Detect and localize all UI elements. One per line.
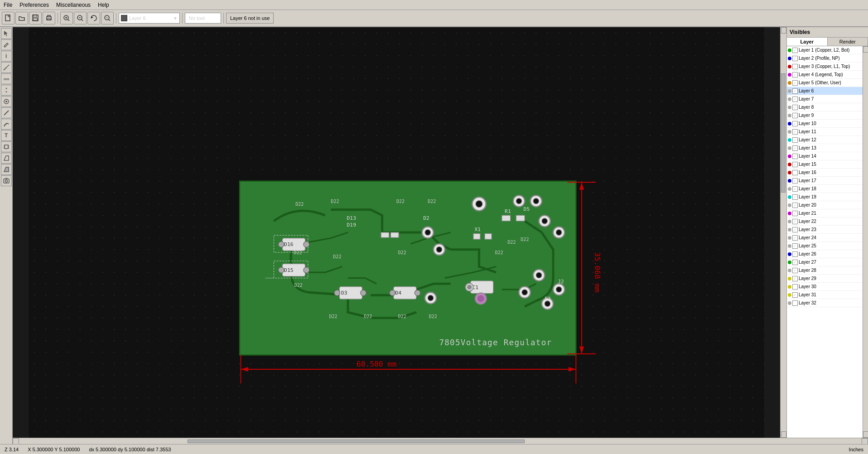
layer-check-25[interactable]: ✓	[792, 243, 798, 249]
open-button[interactable]	[15, 12, 28, 24]
tab-render[interactable]: Render	[828, 38, 868, 46]
new-button[interactable]	[2, 12, 14, 24]
menu-preferences[interactable]: Preferences	[16, 1, 53, 9]
layer-row-5[interactable]: ✓Layer 5 (Other, User)	[787, 79, 863, 87]
layer-row-13[interactable]: ✓Layer 13	[787, 144, 863, 152]
layer-check-13[interactable]: ✓	[792, 145, 798, 151]
layer-row-29[interactable]: ✓Layer 29	[787, 275, 863, 283]
layer-row-22[interactable]: ✓Layer 22	[787, 217, 863, 226]
layer-row-25[interactable]: ✓Layer 25	[787, 242, 863, 250]
layer-check-21[interactable]: ✓	[792, 211, 798, 216]
layer-check-23[interactable]: ✓	[792, 227, 798, 232]
zoom-in-button[interactable]	[60, 12, 73, 24]
layer-check-14[interactable]: ✓	[792, 154, 798, 159]
layer-row-2[interactable]: ✓Layer 2 (Profile, NP)	[787, 54, 863, 63]
layer-row-10[interactable]: ✓Layer 10	[787, 120, 863, 128]
layer-check-29[interactable]: ✓	[792, 276, 798, 281]
layer-row-31[interactable]: ✓Layer 31	[787, 291, 863, 299]
print-button[interactable]	[43, 12, 55, 24]
layer-row-4[interactable]: ✓Layer 4 (Legend, Top)	[787, 71, 863, 79]
layer-check-24[interactable]: ✓	[792, 235, 798, 241]
menu-file[interactable]: File	[0, 1, 16, 9]
layer-check-26[interactable]: ✓	[792, 251, 798, 257]
scroll-right-arrow[interactable]: ▶	[862, 438, 868, 444]
layer-check-8[interactable]: ✓	[792, 105, 798, 110]
layer-check-22[interactable]: ✓	[792, 219, 798, 224]
scroll-left-arrow[interactable]: ◀	[13, 438, 19, 444]
layer-row-20[interactable]: ✓Layer 20	[787, 201, 863, 209]
layer-row-1[interactable]: ✓Layer 1 (Copper, L2, Bot)	[787, 46, 863, 54]
layer-check-7[interactable]: ✓	[792, 97, 798, 102]
layer-check-11[interactable]: ✓	[792, 129, 798, 135]
scroll-thumb-v[interactable]	[781, 73, 786, 193]
save-button[interactable]	[29, 12, 42, 24]
layer-row-18[interactable]: ✓Layer 18	[787, 185, 863, 193]
layer-row-7[interactable]: ✓Layer 7	[787, 95, 863, 103]
layer-row-9[interactable]: ✓Layer 9	[787, 111, 863, 120]
layer-check-32[interactable]	[792, 300, 798, 306]
layer-row-26[interactable]: ✓Layer 26	[787, 250, 863, 258]
tool-fill[interactable]	[1, 164, 12, 175]
layer-row-23[interactable]: ✓Layer 23	[787, 226, 863, 234]
layers-scroll-down[interactable]: ▼	[863, 431, 868, 438]
layer-check-30[interactable]	[792, 284, 798, 290]
layer-row-12[interactable]: ✓Layer 12	[787, 136, 863, 144]
layer-check-3[interactable]: ✓	[792, 64, 798, 69]
layer-row-21[interactable]: ✓Layer 21	[787, 209, 863, 217]
tool-info[interactable]: i	[1, 51, 12, 62]
tool-photo[interactable]	[1, 175, 12, 186]
layers-scroll-up[interactable]: ▲	[863, 46, 868, 53]
layer-row-30[interactable]: Layer 30	[787, 283, 863, 291]
tool-component[interactable]	[1, 141, 12, 152]
layer-row-32[interactable]: Layer 32	[787, 299, 863, 307]
menu-help[interactable]: Help	[94, 1, 113, 9]
layers-scrollbar[interactable]: ▲ ▼	[863, 46, 868, 438]
layer-row-19[interactable]: ✓Layer 19	[787, 193, 863, 201]
tool-route[interactable]	[1, 96, 12, 107]
layer-row-11[interactable]: ✓Layer 11	[787, 128, 863, 136]
layer-check-9[interactable]: ✓	[792, 113, 798, 118]
layer-check-20[interactable]: ✓	[792, 203, 798, 208]
zoom-out-button[interactable]	[74, 12, 87, 24]
scroll-thumb-h[interactable]	[188, 440, 525, 443]
tool-arc[interactable]	[1, 119, 12, 130]
layer-row-27[interactable]: ✓Layer 27	[787, 258, 863, 266]
layer-row-28[interactable]: ✓Layer 28	[787, 266, 863, 275]
layer-check-16[interactable]	[792, 170, 798, 175]
tool-line[interactable]	[1, 107, 12, 118]
layer-check-6[interactable]: ✓	[792, 88, 798, 94]
layer-check-4[interactable]: ✓	[792, 72, 798, 77]
pcb-canvas[interactable]: D16 D15 D3 D4	[13, 27, 780, 438]
layer-check-31[interactable]: ✓	[792, 292, 798, 298]
menu-miscellaneous[interactable]: Miscellaneous	[53, 1, 94, 9]
layer-row-15[interactable]: ✓Layer 15	[787, 160, 863, 169]
tool-zone[interactable]	[1, 153, 12, 164]
layer-row-3[interactable]: ✓Layer 3 (Copper, L1, Top)	[787, 63, 863, 71]
tool-mm[interactable]: mm	[1, 73, 12, 84]
layer-selector[interactable]: Layer 6 ▼	[119, 13, 180, 24]
layer-row-14[interactable]: ✓Layer 14	[787, 152, 863, 160]
layer-row-16[interactable]: Layer 16	[787, 169, 863, 177]
layer-check-15[interactable]: ✓	[792, 162, 798, 167]
tool-move[interactable]	[1, 85, 12, 96]
layer-check-19[interactable]: ✓	[792, 194, 798, 200]
tab-layer[interactable]: Layer	[787, 38, 828, 46]
layer-row-24[interactable]: ✓Layer 24	[787, 234, 863, 242]
tool-text[interactable]: T	[1, 130, 12, 141]
scroll-up-arrow[interactable]: ▲	[781, 27, 786, 34]
tool-measure[interactable]	[1, 62, 12, 73]
zoom-reset-button[interactable]	[87, 12, 100, 24]
layer-check-10[interactable]: ✓	[792, 121, 798, 126]
layer-check-18[interactable]: ✓	[792, 186, 798, 192]
layer-check-12[interactable]: ✓	[792, 137, 798, 143]
layer-check-5[interactable]: ✓	[792, 80, 798, 86]
canvas-vertical-scrollbar[interactable]: ▲ ▼	[780, 27, 786, 438]
tool-pointer[interactable]	[1, 28, 12, 39]
canvas-horizontal-scrollbar[interactable]: ◀ ▶	[13, 438, 868, 444]
layer-check-1[interactable]: ✓	[792, 48, 798, 53]
scroll-down-arrow[interactable]: ▼	[781, 431, 786, 438]
layer-check-17[interactable]: ✓	[792, 178, 798, 184]
layer-row-8[interactable]: ✓Layer 8	[787, 103, 863, 111]
layer-row-17[interactable]: ✓Layer 17	[787, 177, 863, 185]
layer-check-27[interactable]: ✓	[792, 260, 798, 265]
